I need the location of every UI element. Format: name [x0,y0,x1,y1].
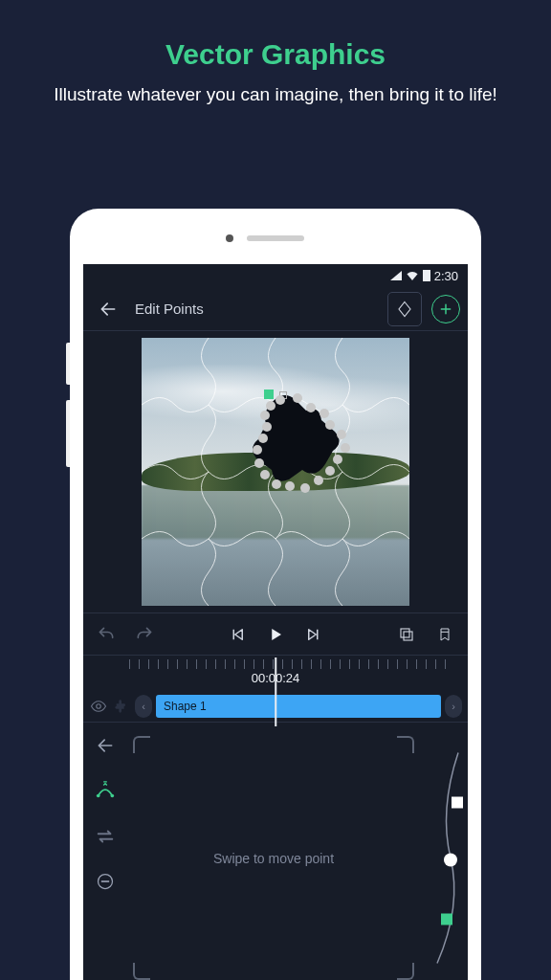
path-node[interactable] [320,409,329,418]
tool-swap-direction-button[interactable] [95,826,116,851]
shape-mode-button[interactable] [387,292,422,326]
svg-point-3 [97,794,100,798]
path-node[interactable] [262,422,272,432]
promo-subtitle: Illustrate whatever you can imagine, the… [0,71,551,107]
skip-end-button[interactable] [297,617,331,652]
undo-icon [97,625,116,644]
path-node[interactable] [260,411,270,420]
svg-rect-0 [401,629,409,637]
remove-icon [96,872,115,891]
visibility-toggle[interactable] [89,697,108,716]
promo-title: Vector Graphics [0,0,551,71]
tool-remove-point-button[interactable] [96,872,115,895]
svg-point-7 [444,854,457,867]
back-arrow-icon [99,300,118,319]
path-node[interactable] [260,470,270,479]
svg-rect-6 [452,797,463,809]
path-node[interactable] [285,481,295,491]
bookmark-button[interactable] [428,617,462,652]
puzzle-icon [114,699,129,714]
path-node[interactable] [272,479,281,489]
wifi-icon [406,271,419,280]
app-screen: 2:30 Edit Points [83,264,468,980]
tool-add-curve-button[interactable] [95,780,116,805]
canvas[interactable] [142,338,409,606]
path-node[interactable] [276,395,285,405]
svg-rect-8 [441,914,452,925]
svg-rect-1 [404,632,412,640]
add-button[interactable] [431,295,460,323]
clip-label: Shape 1 [164,700,207,713]
device-side-button [66,343,70,385]
path-node[interactable] [253,445,262,455]
path-node[interactable] [333,455,342,464]
path-node[interactable] [258,434,268,443]
chevron-right-icon: › [452,701,455,712]
path-node[interactable] [337,430,346,439]
skip-start-button[interactable] [220,617,254,652]
status-bar: 2:30 [83,264,468,287]
back-arrow-icon [96,736,115,755]
path-node[interactable] [300,483,310,493]
plus-icon [439,302,452,316]
bookmark-icon [437,626,452,643]
timeline-clip[interactable]: Shape 1 [156,695,441,718]
frame-corner [397,736,414,753]
canvas-area[interactable] [83,331,468,612]
playhead[interactable] [275,657,276,726]
app-bar: Edit Points [83,287,468,331]
svg-point-4 [111,794,115,798]
device-frame: 2:30 Edit Points [70,209,481,980]
chevron-left-icon: ‹ [142,701,145,712]
svg-point-2 [97,704,101,709]
path-start-marker[interactable] [264,390,274,399]
tool-back-button[interactable] [96,736,115,759]
play-icon [267,626,284,643]
swipe-area[interactable]: Swipe to move point [133,736,414,980]
edit-panel: Swipe to move point [83,722,468,980]
path-node[interactable] [314,476,323,485]
back-button[interactable] [91,292,125,326]
device-camera [226,234,233,242]
path-node[interactable] [325,466,335,476]
device-side-button [66,400,70,467]
skip-start-icon [229,626,246,643]
tool-rail [83,723,127,980]
canvas-reflection [142,485,409,539]
signal-icon [390,271,402,280]
layers-button[interactable] [389,617,424,652]
swipe-hint: Swipe to move point [213,851,334,866]
timeline-ruler[interactable]: 00:00:24 [83,655,468,691]
prev-keyframe-button[interactable]: ‹ [135,695,152,718]
add-curve-icon [95,780,116,801]
device-speaker [247,235,304,241]
status-time: 2:30 [434,269,458,283]
app-bar-title: Edit Points [135,301,378,317]
frame-corner [133,736,150,753]
battery-icon [423,270,430,281]
eye-icon [90,698,107,715]
diamond-icon [396,301,413,318]
ruler-ticks [129,659,454,669]
path-node[interactable] [306,403,316,412]
swap-icon [95,826,116,847]
skip-end-icon [305,626,322,643]
undo-button[interactable] [89,617,123,652]
layers-icon [398,626,415,643]
layer-type-icon [112,697,131,716]
redo-button[interactable] [127,617,162,652]
path-node[interactable] [266,401,276,411]
path-node[interactable] [325,420,335,430]
path-node[interactable] [254,458,264,468]
play-button[interactable] [258,617,293,652]
frame-corner [133,963,150,980]
path-node[interactable] [341,443,350,453]
path-node[interactable] [293,393,302,403]
playback-bar [83,612,468,655]
next-keyframe-button[interactable]: › [445,695,462,718]
easing-curve [420,723,468,980]
redo-icon [135,625,154,644]
frame-corner [397,963,414,980]
easing-curve-panel[interactable] [420,723,468,980]
